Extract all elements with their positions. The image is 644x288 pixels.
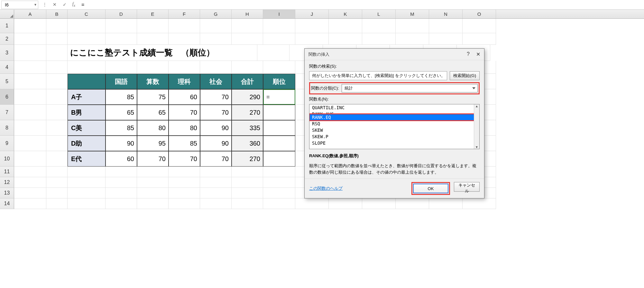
cell[interactable]: 90 — [200, 120, 232, 136]
function-item[interactable]: SKEW — [309, 127, 479, 133]
cell[interactable] — [200, 167, 232, 177]
table-row-name[interactable]: E代 — [68, 151, 106, 167]
cell[interactable] — [46, 167, 68, 177]
cell[interactable] — [46, 19, 68, 33]
cell[interactable] — [137, 198, 169, 209]
cell-rank[interactable] — [263, 151, 295, 167]
cell[interactable] — [106, 61, 137, 74]
row-header[interactable]: 3 — [0, 45, 14, 61]
scrollbar[interactable]: ▲▼ — [474, 104, 479, 149]
cell[interactable] — [106, 198, 137, 209]
cell[interactable] — [463, 19, 496, 33]
ok-button[interactable]: OK — [413, 184, 448, 193]
col-header-N[interactable]: N — [429, 10, 463, 18]
cell[interactable]: 65 — [137, 105, 169, 120]
cell[interactable] — [14, 74, 46, 89]
cell[interactable] — [68, 19, 106, 33]
cell[interactable] — [169, 61, 200, 74]
table-header[interactable]: 順位 — [263, 74, 295, 89]
cell[interactable] — [46, 45, 68, 61]
cell[interactable]: 70 — [137, 151, 169, 167]
cell[interactable] — [169, 198, 200, 209]
function-item[interactable]: SKEW.P — [309, 133, 479, 140]
cell[interactable] — [200, 177, 232, 188]
table-header[interactable]: 合計 — [232, 74, 263, 89]
cell[interactable]: 70 — [200, 105, 232, 120]
function-help-link[interactable]: この関数のヘルプ — [309, 186, 343, 191]
cell[interactable] — [137, 188, 169, 198]
table-row-name[interactable]: B男 — [68, 105, 106, 120]
cell[interactable] — [263, 177, 295, 188]
cell-total[interactable]: 270 — [232, 151, 263, 167]
col-header-M[interactable]: M — [396, 10, 429, 18]
cell[interactable] — [68, 33, 106, 45]
cell[interactable]: 95 — [137, 136, 169, 151]
cell[interactable] — [46, 89, 68, 105]
cell[interactable]: 80 — [137, 120, 169, 136]
row-header[interactable]: 5 — [0, 74, 14, 89]
row-header[interactable]: 12 — [0, 177, 14, 188]
cell[interactable]: 65 — [106, 105, 137, 120]
function-item-selected[interactable]: RANK.EQ — [309, 114, 479, 120]
cell[interactable]: 85 — [106, 89, 137, 105]
cell[interactable] — [362, 19, 396, 33]
col-header-E[interactable]: E — [137, 10, 169, 18]
close-icon[interactable]: ✕ — [476, 51, 480, 57]
table-header[interactable]: 社会 — [200, 74, 232, 89]
scroll-up-icon[interactable]: ▲ — [475, 104, 478, 108]
cell[interactable] — [106, 177, 137, 188]
cell[interactable] — [68, 61, 106, 74]
fx-icon[interactable]: fx — [72, 2, 75, 8]
cell[interactable] — [232, 177, 263, 188]
col-header-I[interactable]: I — [263, 10, 295, 18]
function-item[interactable]: SLOPE — [309, 140, 479, 146]
chevron-down-icon[interactable]: ▼ — [33, 3, 38, 6]
cell[interactable] — [46, 136, 68, 151]
function-item[interactable]: RANK.AVG — [309, 111, 479, 114]
select-all-corner[interactable] — [0, 10, 14, 18]
cell[interactable] — [137, 177, 169, 188]
table-header-name[interactable] — [68, 74, 106, 89]
cell[interactable] — [232, 19, 263, 33]
cell[interactable] — [14, 45, 46, 61]
cell[interactable] — [295, 19, 329, 33]
function-list[interactable]: QUARTILE.INC RANK.AVG RANK.EQ RSQ SKEW S… — [309, 104, 480, 149]
cell[interactable] — [46, 198, 68, 209]
cell[interactable] — [232, 198, 263, 209]
cell[interactable] — [295, 198, 329, 209]
function-search-input[interactable] — [309, 71, 447, 80]
col-header-F[interactable]: F — [169, 10, 200, 18]
accept-formula-icon[interactable]: ✓ — [63, 2, 67, 7]
cell[interactable] — [169, 19, 200, 33]
cell[interactable] — [257, 45, 290, 61]
cell[interactable] — [14, 177, 46, 188]
cell[interactable] — [169, 167, 200, 177]
cell-total[interactable]: 290 — [232, 89, 263, 105]
help-icon[interactable]: ? — [467, 51, 470, 57]
cell[interactable] — [46, 120, 68, 136]
row-header[interactable]: 11 — [0, 167, 14, 177]
cell[interactable] — [14, 19, 46, 33]
cell[interactable] — [46, 105, 68, 120]
cell-rank[interactable] — [263, 105, 295, 120]
cell[interactable] — [263, 188, 295, 198]
cell[interactable] — [429, 19, 463, 33]
cell[interactable] — [137, 167, 169, 177]
name-box[interactable]: I6 ▼ — [1, 1, 38, 9]
cell[interactable]: 70 — [200, 89, 232, 105]
cell[interactable] — [263, 33, 295, 45]
cell[interactable] — [362, 198, 396, 209]
cell[interactable] — [329, 198, 362, 209]
table-row-name[interactable]: D助 — [68, 136, 106, 151]
cell[interactable] — [14, 198, 46, 209]
col-header-D[interactable]: D — [106, 10, 137, 18]
cell[interactable] — [263, 19, 295, 33]
cell[interactable]: 90 — [200, 136, 232, 151]
cell[interactable] — [14, 33, 46, 45]
cell[interactable]: 80 — [169, 120, 200, 136]
cell[interactable] — [263, 61, 295, 74]
cell[interactable] — [232, 188, 263, 198]
table-header[interactable]: 国語 — [106, 74, 137, 89]
formula-input[interactable] — [78, 2, 644, 8]
cell[interactable]: 70 — [169, 151, 200, 167]
